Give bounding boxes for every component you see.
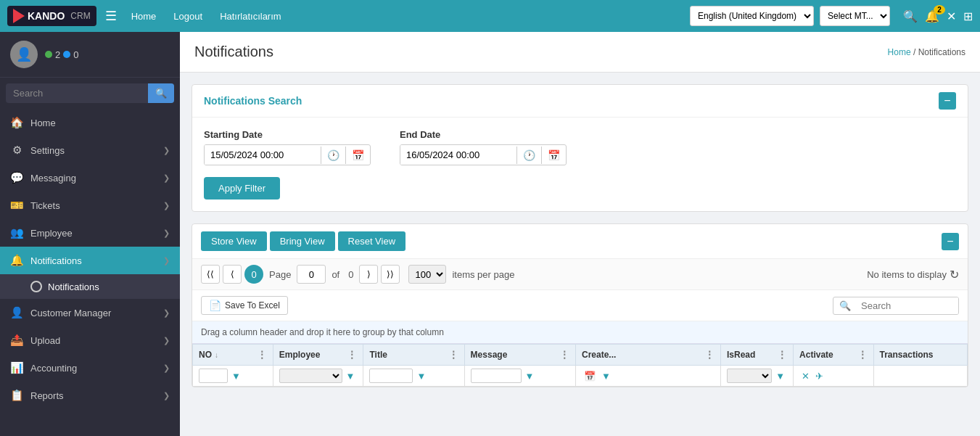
starting-date-label: Starting Date	[204, 129, 371, 140]
view-buttons-group: Store View Bring View Reset View	[201, 231, 405, 251]
sidebar-item-notifications[interactable]: 🔔 Notifications ❯	[0, 247, 180, 274]
sidebar-item-employee[interactable]: 👥 Employee ❯	[0, 219, 180, 247]
sidebar-item-settings[interactable]: ⚙ Settings ❯	[0, 136, 180, 164]
next-page-button[interactable]: ⟩	[359, 265, 378, 284]
green-count: 2	[55, 49, 60, 60]
close-nav-button[interactable]: ✕	[947, 9, 956, 23]
col-menu-create[interactable]: ⋮	[704, 349, 715, 361]
nav-home[interactable]: Home	[125, 11, 162, 22]
blue-count: 0	[73, 49, 78, 60]
search-nav-button[interactable]: 🔍	[903, 9, 918, 23]
filter-funnel-activate[interactable]: ✈	[813, 370, 825, 382]
search-panel-toggle[interactable]: −	[939, 92, 956, 110]
starting-calendar-button[interactable]: 📅	[345, 147, 370, 164]
chevron-right-icon-employee: ❯	[163, 229, 170, 238]
sort-icon-no[interactable]: ↓	[215, 351, 218, 359]
end-time-button[interactable]: 🕐	[516, 147, 541, 164]
col-employee: Employee ⋮	[273, 345, 363, 366]
sidebar-item-label-home: Home	[30, 118, 56, 128]
sidebar-item-tickets[interactable]: 🎫 Tickets ❯	[0, 192, 180, 219]
grid-table: NO ↓ ⋮ Employee ⋮	[192, 344, 968, 387]
col-menu-employee[interactable]: ⋮	[347, 349, 357, 361]
starting-time-button[interactable]: 🕐	[321, 147, 345, 164]
sidebar-item-label-notifications: Notifications	[30, 255, 82, 266]
filter-funnel-title[interactable]: ▼	[414, 370, 428, 382]
upload-icon: 📤	[10, 334, 23, 347]
filter-funnel-create[interactable]: ▼	[599, 370, 613, 382]
customer-manager-icon: 👤	[10, 306, 23, 319]
filter-select-employee[interactable]	[279, 369, 342, 383]
content-area: Notifications Home / Notifications Notif…	[180, 32, 980, 436]
col-menu-no[interactable]: ⋮	[257, 349, 267, 361]
items-per-page-select[interactable]: 100 50 25	[408, 265, 446, 284]
filter-funnel-message[interactable]: ▼	[523, 370, 537, 382]
sidebar-item-home[interactable]: 🏠 Home	[0, 109, 180, 136]
reset-view-button[interactable]: Reset View	[338, 231, 406, 251]
end-date-input[interactable]	[400, 145, 516, 165]
sidebar-item-label-reports: Reports	[30, 390, 64, 401]
apply-filter-button[interactable]: Apply Filter	[204, 177, 280, 200]
grid-panel-toggle[interactable]: −	[942, 233, 959, 250]
page-input[interactable]	[297, 265, 326, 284]
filter-input-no[interactable]	[199, 369, 228, 383]
filter-funnel-isread[interactable]: ▼	[773, 370, 787, 382]
last-page-button[interactable]: ⟩⟩	[381, 265, 400, 284]
search-panel: Notifications Search − Starting Date 🕐 📅	[192, 84, 968, 212]
filter-input-title[interactable]	[369, 369, 413, 383]
chevron-right-icon-messaging: ❯	[163, 173, 170, 183]
filter-input-message[interactable]	[471, 369, 522, 383]
col-menu-isread[interactable]: ⋮	[777, 349, 787, 361]
filter-funnel-employee[interactable]: ▼	[344, 370, 358, 382]
filter-select-isread[interactable]	[727, 369, 772, 383]
filter-no: ▼	[193, 366, 273, 387]
store-view-button[interactable]: Store View	[201, 231, 267, 251]
chevron-right-icon-tickets: ❯	[163, 201, 170, 210]
nav-logout[interactable]: Logout	[168, 11, 208, 22]
chevron-down-icon-notifications: ❯	[163, 256, 170, 266]
breadcrumb-home[interactable]: Home	[888, 47, 911, 57]
mt-select[interactable]: Select MT...	[820, 6, 890, 26]
language-select[interactable]: English (United Kingdom) Türkçe	[690, 6, 814, 26]
nav-reminders[interactable]: Hatırlatıcılarım	[214, 11, 287, 22]
starting-date-input-row: 🕐 📅	[204, 144, 371, 165]
hamburger-icon[interactable]: ☰	[102, 8, 120, 24]
sidebar-item-customer-manager[interactable]: 👤 Customer Manager ❯	[0, 299, 180, 326]
current-page-number: 0	[244, 265, 263, 284]
filter-employee: ▼	[273, 366, 363, 387]
total-pages: 0	[348, 269, 353, 280]
filter-clear-activate[interactable]: ✕	[799, 370, 812, 382]
starting-date-input[interactable]	[205, 145, 321, 165]
sidebar-item-reports[interactable]: 📋 Reports ❯	[0, 382, 180, 409]
col-menu-message[interactable]: ⋮	[559, 349, 569, 361]
refresh-button[interactable]: ↻	[950, 268, 959, 281]
notification-bell-button[interactable]: 🔔 2	[925, 9, 939, 23]
table-header-row: NO ↓ ⋮ Employee ⋮	[193, 345, 968, 366]
sidebar-item-messaging[interactable]: 💬 Messaging ❯	[0, 164, 180, 192]
sidebar-search-button[interactable]: 🔍	[148, 83, 174, 103]
sidebar-search-input[interactable]	[6, 83, 148, 103]
prev-page-button[interactable]: ⟨	[223, 265, 242, 284]
table-filter-row: ▼ ▼	[193, 366, 968, 387]
sidebar-item-upload[interactable]: 📤 Upload ❯	[0, 326, 180, 354]
sidebar-item-accounting[interactable]: 📊 Accounting ❯	[0, 354, 180, 382]
col-menu-title[interactable]: ⋮	[448, 349, 458, 361]
end-calendar-button[interactable]: 📅	[541, 147, 566, 164]
col-activate: Activate ⋮	[794, 345, 873, 366]
col-message: Message ⋮	[464, 345, 575, 366]
filter-funnel-no[interactable]: ▼	[229, 370, 243, 382]
col-no: NO ↓ ⋮	[193, 345, 273, 366]
filter-calendar-create[interactable]: 📅	[582, 370, 598, 382]
sidebar-subitem-notifications[interactable]: Notifications	[0, 274, 180, 299]
end-date-label: End Date	[400, 129, 567, 140]
blue-dot	[63, 51, 70, 58]
col-menu-activate[interactable]: ⋮	[857, 349, 868, 361]
chevron-right-icon-accounting: ❯	[163, 363, 170, 373]
bring-view-button[interactable]: Bring View	[270, 231, 335, 251]
sidebar-search-container: 🔍	[6, 83, 174, 103]
sidebar: 👤 2 0 🔍 🏠 Home ⚙ Settings ❯	[0, 32, 180, 436]
grid-search-input[interactable]	[857, 297, 958, 314]
top-navigation: KANDO CRM ☰ Home Logout Hatırlatıcılarım…	[0, 0, 980, 32]
grid-nav-button[interactable]: ⊞	[963, 9, 973, 23]
save-to-excel-button[interactable]: 📄 Save To Excel	[201, 296, 288, 315]
first-page-button[interactable]: ⟨⟨	[201, 265, 220, 284]
